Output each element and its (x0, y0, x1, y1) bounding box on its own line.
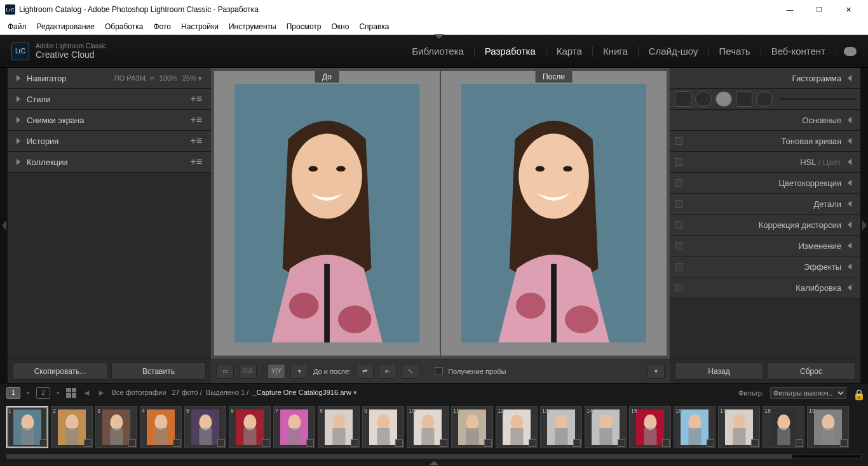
zoom-25[interactable]: 25% ▾ (182, 74, 202, 83)
thumbnail-17[interactable]: 17 (718, 406, 760, 448)
thumbnail-8[interactable]: 8 (318, 406, 360, 448)
menu-Окно[interactable]: Окно (327, 19, 355, 34)
swap-before-after-button[interactable]: ⇄ (356, 364, 374, 379)
gradient-tool[interactable] (756, 91, 773, 107)
menu-Просмотр[interactable]: Просмотр (281, 19, 327, 34)
grid-view-icon[interactable] (66, 388, 76, 398)
panel-switch-icon[interactable] (675, 263, 682, 270)
tool-slider[interactable] (779, 98, 855, 100)
menu-Справка[interactable]: Справка (354, 19, 394, 34)
primary-monitor-button[interactable]: 1 (6, 387, 20, 399)
right-section-Эффекты[interactable]: Эффекты (670, 256, 860, 277)
collapse-header-icon[interactable] (434, 34, 444, 39)
reset-button[interactable]: Сброс (767, 363, 855, 380)
thumbnail-18[interactable]: 18 (763, 406, 804, 448)
thumbnail-6[interactable]: 6 (229, 406, 271, 448)
menu-Инструменты[interactable]: Инструменты (224, 19, 281, 34)
module-Печать[interactable]: Печать (709, 46, 761, 57)
add-icon[interactable]: +≡ (190, 93, 202, 105)
right-section-Детали[interactable]: Детали (670, 194, 860, 215)
menu-Файл[interactable]: Файл (3, 19, 32, 34)
menu-Настройки[interactable]: Настройки (176, 19, 224, 34)
thumbnail-13[interactable]: 13 (540, 406, 582, 448)
after-view[interactable]: После (441, 71, 667, 356)
module-Веб-контент[interactable]: Веб-контент (761, 46, 836, 57)
right-section-Цветокоррекция[interactable]: Цветокоррекция (670, 173, 860, 194)
copy-after-button[interactable]: ⤡ (402, 364, 419, 379)
left-section-Стили[interactable]: Стили+≡ (8, 89, 211, 110)
window-maximize-button[interactable]: ☐ (804, 0, 834, 19)
thumbnail-11[interactable]: 11 (451, 406, 493, 448)
module-Карта[interactable]: Карта (546, 46, 593, 57)
thumbnail-14[interactable]: 14 (585, 406, 627, 448)
right-section-Изменение[interactable]: Изменение (670, 236, 860, 256)
thumbnail-10[interactable]: 10 (407, 406, 449, 448)
left-section-Снимки экрана[interactable]: Снимки экрана+≡ (8, 110, 211, 131)
menu-Обработка[interactable]: Обработка (100, 19, 149, 34)
filmstrip-scrollbar[interactable] (0, 453, 868, 460)
soft-proof-checkbox[interactable] (435, 367, 443, 375)
module-Разработка[interactable]: Разработка (475, 46, 546, 57)
thumbnail-15[interactable]: 15 (629, 406, 671, 448)
add-icon[interactable]: +≡ (190, 156, 202, 168)
spot-tool[interactable] (695, 91, 712, 107)
thumbnail-9[interactable]: 9 (362, 406, 404, 448)
loupe-view-button[interactable]: ▭ (216, 364, 234, 379)
right-section-Тоновая кривая[interactable]: Тоновая кривая (670, 131, 860, 152)
add-icon[interactable]: +≡ (190, 114, 202, 126)
thumbnail-7[interactable]: 7 (273, 406, 315, 448)
left-section-История[interactable]: История+≡ (8, 131, 211, 152)
copy-before-button[interactable]: ⇤ (379, 364, 397, 379)
module-Книга[interactable]: Книга (593, 46, 639, 57)
left-section-Коллекции[interactable]: Коллекции+≡ (8, 152, 211, 173)
thumbnail-16[interactable]: 16 (674, 406, 715, 448)
primary-monitor-menu[interactable]: ▾ (27, 390, 30, 396)
panel-switch-icon[interactable] (675, 284, 682, 291)
ra-view-button[interactable]: R|A (239, 364, 257, 379)
copy-settings-button[interactable]: Скопировать... (13, 363, 107, 380)
navigator-header[interactable]: Навигатор ПО РАЗМ. ≑ 100% 25% ▾ (8, 68, 211, 89)
panel-switch-icon[interactable] (675, 158, 682, 166)
right-section-Калибровка[interactable]: Калибровка (670, 277, 860, 298)
nav-forward-icon[interactable]: ► (97, 388, 105, 397)
module-Слайд-шоу[interactable]: Слайд-шоу (639, 46, 709, 57)
thumbnail-19[interactable]: 19 (807, 406, 849, 448)
filter-dropdown[interactable]: Фильтры выключ.. (770, 387, 846, 399)
panel-switch-icon[interactable] (675, 200, 682, 208)
thumbnail-4[interactable]: 4 (140, 406, 182, 448)
right-section-Коррекция дисторсии[interactable]: Коррекция дисторсии (670, 215, 860, 236)
mask-tool[interactable] (715, 91, 732, 107)
panel-switch-icon[interactable] (675, 242, 682, 250)
before-view[interactable]: До (214, 71, 440, 356)
secondary-monitor-button[interactable]: 2 (36, 387, 50, 399)
panel-switch-icon[interactable] (675, 179, 682, 187)
paste-settings-button[interactable]: Вставить (111, 363, 206, 380)
thumbnail-3[interactable]: 3 (95, 406, 137, 448)
add-icon[interactable]: +≡ (190, 135, 202, 147)
right-section-Основные[interactable]: Основные (670, 110, 860, 131)
window-minimize-button[interactable]: — (775, 0, 804, 19)
before-after-dropdown[interactable]: ▾ (290, 364, 308, 379)
thumbnail-1[interactable]: 1 (6, 406, 48, 448)
before-after-sidebyside-button[interactable]: Y|Y (268, 364, 285, 379)
zoom-fit[interactable]: ПО РАЗМ. ≑ (114, 74, 154, 83)
nav-back-icon[interactable]: ◄ (83, 388, 91, 397)
menu-Редактирование[interactable]: Редактирование (32, 19, 100, 34)
panel-switch-icon[interactable] (675, 137, 682, 145)
redeye-tool[interactable] (736, 91, 752, 107)
thumbnail-2[interactable]: 2 (51, 406, 93, 448)
panel-switch-icon[interactable] (675, 221, 682, 229)
right-edge-expand[interactable] (860, 68, 868, 383)
thumbnail-12[interactable]: 12 (496, 406, 538, 448)
menu-Фото[interactable]: Фото (148, 19, 176, 34)
thumbnail-5[interactable]: 5 (184, 406, 226, 448)
histogram-header[interactable]: Гистограмма (670, 68, 860, 89)
crop-tool[interactable] (675, 91, 691, 107)
toolbar-more-button[interactable]: ▾ (647, 364, 665, 379)
back-button[interactable]: Назад (675, 363, 763, 380)
window-close-button[interactable]: ✕ (834, 0, 863, 19)
right-section-HSL[interactable]: HSL / Цвет (670, 152, 860, 173)
left-edge-expand[interactable] (0, 68, 8, 383)
filmstrip-breadcrumb[interactable]: Все фотографии 27 фото / Выделено 1 / _C… (112, 389, 357, 397)
zoom-100[interactable]: 100% (159, 74, 177, 83)
